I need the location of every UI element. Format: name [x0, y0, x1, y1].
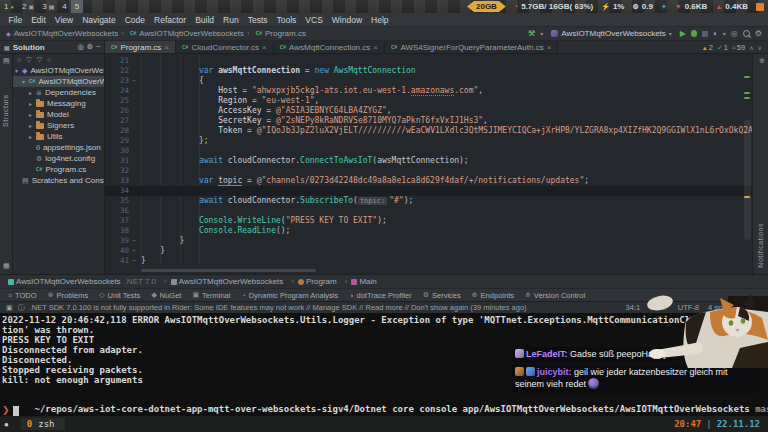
code-line-36[interactable]: 36: [105, 206, 752, 216]
tool-window-nuget[interactable]: ◆NuGet: [151, 291, 181, 300]
tool-window-terminal[interactable]: ▣Terminal: [192, 291, 230, 300]
debug-button[interactable]: [691, 30, 697, 37]
tool-window-dynamic-program-analysis[interactable]: ◔Dynamic Program Analysis: [241, 291, 338, 300]
search-icon[interactable]: [743, 30, 750, 37]
line-number[interactable]: 39: [105, 236, 129, 246]
locate-icon[interactable]: ◎: [78, 43, 84, 51]
line-number[interactable]: 25: [105, 96, 129, 106]
tool-window-problems[interactable]: ⊗Problems: [48, 291, 89, 300]
chevron-right-icon[interactable]: ▸: [29, 100, 36, 107]
line-number[interactable]: 29: [105, 136, 129, 146]
workspace-2[interactable]: 2▣: [18, 0, 38, 13]
tree-item-messaging[interactable]: ▸Messaging: [13, 98, 104, 109]
home-icon[interactable]: ⌂: [17, 56, 21, 63]
code-line-35[interactable]: 35await cloudConnector.SubscribeTo(topic…: [105, 196, 752, 206]
structure-tool-label[interactable]: Structure: [2, 94, 9, 127]
coverage-icon[interactable]: ◎: [731, 29, 738, 38]
code-line-31[interactable]: 31await cloudConnector.ConnectToAwsIoT(a…: [105, 156, 752, 166]
sdk-notification-message[interactable]: .NET SDK 7.0.100 is not fully supported …: [30, 303, 527, 312]
line-number[interactable]: 22: [105, 66, 129, 76]
tmux-window-tab[interactable]: 0 zsh: [21, 418, 65, 430]
code-line-22[interactable]: 22var awsMqttConnection = new AwsMqttCon…: [105, 66, 752, 76]
line-number[interactable]: 35: [105, 196, 129, 206]
fold-marker-icon[interactable]: −: [132, 246, 136, 256]
hide-panel-icon[interactable]: −: [96, 43, 100, 51]
tab-cloudconnector-cs[interactable]: C#CloudConnector.cs×: [176, 41, 274, 53]
tab-awsmqttconnection-cs[interactable]: C#AwsMqttConnection.cs×: [274, 41, 385, 53]
code-line-29[interactable]: 29};: [105, 136, 752, 146]
line-number[interactable]: 34: [105, 186, 129, 196]
commit-tool-icon[interactable]: ▦: [3, 262, 10, 270]
code-line-21[interactable]: 21: [105, 56, 752, 66]
line-number[interactable]: 23: [105, 76, 129, 86]
code-line-32[interactable]: 32: [105, 166, 752, 176]
run-button[interactable]: ▶: [680, 29, 686, 38]
chevron-down-icon[interactable]: ▾: [22, 78, 29, 85]
tree-item-log4net-config[interactable]: ⚙log4net.config: [13, 153, 104, 164]
tool-window-unit-tests[interactable]: ◇Unit Tests: [99, 291, 140, 300]
line-number[interactable]: 33: [105, 176, 129, 186]
tree-item-scratches-and-consoles[interactable]: ▤Scratches and Consoles: [13, 175, 104, 186]
menu-view[interactable]: View: [50, 15, 77, 25]
code-line-37[interactable]: 37Console.WriteLine("PRESS KEY TO EXIT")…: [105, 216, 752, 226]
menu-help[interactable]: Help: [367, 15, 393, 25]
tree-item-model[interactable]: ▸Model: [13, 109, 104, 120]
code-line-27[interactable]: 27SecretKey = @"2sNEPy8kRaNDRVSe8710MYQ7…: [105, 116, 752, 126]
menu-window[interactable]: Window: [327, 15, 366, 25]
close-icon[interactable]: ×: [262, 43, 267, 52]
caret-position-widget[interactable]: 34:1: [626, 303, 641, 312]
tree-item-dependencies[interactable]: ▸≣Dependencies: [13, 87, 104, 98]
tool-window-version-control[interactable]: ⋔Version Control: [525, 291, 585, 300]
notifications-tool-label[interactable]: Notifications: [757, 223, 764, 268]
code-line-28[interactable]: 28Token = @"IQoJb3JpZ2luX2VjELT/////////…: [105, 126, 752, 136]
line-number[interactable]: 40: [105, 246, 129, 256]
breadcrumb-item[interactable]: ◆AwsIOTMqttOverWebsockets: [6, 29, 118, 38]
indent-widget[interactable]: 4 spaces: [708, 303, 738, 312]
menu-build[interactable]: Build: [191, 15, 219, 25]
code-line-39[interactable]: 39−}: [105, 236, 752, 246]
chevron-right-icon[interactable]: ▸: [29, 111, 36, 118]
menu-tests[interactable]: Tests: [243, 15, 272, 25]
code-line-41[interactable]: 41−}: [105, 256, 752, 266]
vertical-scrollbar[interactable]: [744, 120, 751, 240]
code-editor[interactable]: 2122var awsMqttConnection = new AwsMqttC…: [105, 54, 752, 274]
fold-marker-icon[interactable]: −: [132, 236, 136, 246]
code-line-34[interactable]: 34: [105, 186, 752, 196]
tool-window-todo[interactable]: ≡TODO: [8, 291, 37, 300]
menu-refactor[interactable]: Refactor: [150, 15, 191, 25]
breadcrumb-item[interactable]: C#AwsIOTMqttOverWebsockets: [121, 29, 244, 38]
menu-navigate[interactable]: Navigate: [78, 15, 121, 25]
inspection-widget[interactable]: 2 1 59 ∧ ∨: [696, 41, 768, 53]
workspace-3[interactable]: 3▤: [38, 0, 58, 13]
tree-item-signers[interactable]: ▸Signers: [13, 120, 104, 131]
breadcrumb-method[interactable]: Main: [341, 277, 377, 286]
workspace-1[interactable]: 1●: [0, 0, 18, 13]
fold-marker-icon[interactable]: −: [132, 76, 136, 86]
horizontal-scrollbar[interactable]: [141, 269, 316, 272]
line-number[interactable]: 31: [105, 156, 129, 166]
tree-item-utils[interactable]: ▸Utils: [13, 131, 104, 142]
tree-item-appsettings-json[interactable]: {}appsettings.json: [13, 142, 104, 153]
solution-panel-header[interactable]: ▤ Solution ◎ ⚙ −: [0, 41, 105, 53]
chevron-right-icon[interactable]: ▸: [29, 89, 36, 96]
find-icon[interactable]: ○: [47, 56, 51, 63]
menu-vcs[interactable]: VCS: [301, 15, 327, 25]
settings-gear-icon[interactable]: ⚙: [755, 29, 762, 38]
line-number[interactable]: 24: [105, 86, 129, 96]
code-line-23[interactable]: 23−{: [105, 76, 752, 86]
code-line-38[interactable]: 38Console.ReadLine();: [105, 226, 752, 236]
encoding-widget[interactable]: UTF-8: [678, 303, 699, 312]
build-hammer-icon[interactable]: ⚒: [528, 29, 535, 38]
menu-code[interactable]: Code: [120, 15, 149, 25]
line-number[interactable]: 36: [105, 206, 129, 216]
line-number[interactable]: 21: [105, 56, 129, 66]
close-icon[interactable]: ×: [373, 43, 378, 52]
fold-marker-icon[interactable]: −: [132, 256, 136, 266]
code-line-30[interactable]: 30: [105, 146, 752, 156]
code-line-33[interactable]: 33var topic = @"channels/0273d42248dc49a…: [105, 176, 752, 186]
code-line-25[interactable]: 25Region = "eu-west-1",: [105, 96, 752, 106]
next-issue-icon[interactable]: ∨: [758, 44, 762, 51]
line-number[interactable]: 32: [105, 166, 129, 176]
menu-tools[interactable]: Tools: [272, 15, 301, 25]
breadcrumb-item[interactable]: C#Program.cs: [247, 29, 306, 38]
